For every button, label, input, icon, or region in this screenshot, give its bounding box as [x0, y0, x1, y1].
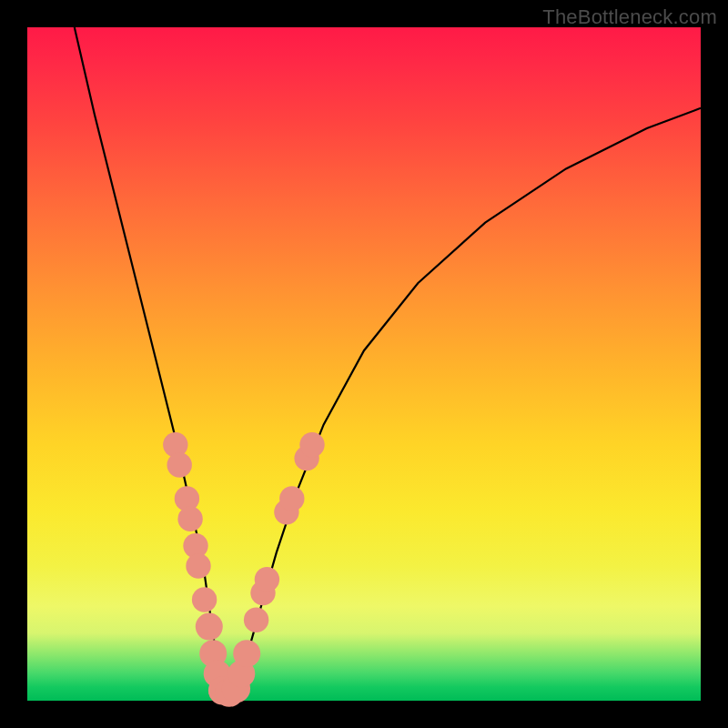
curve-marker: [279, 486, 304, 511]
curve-marker: [186, 553, 210, 578]
curve-marker: [177, 507, 202, 531]
chart-frame: TheBottleneck.com: [0, 0, 728, 728]
chart-svg: [27, 27, 701, 701]
curve-marker: [244, 608, 268, 632]
curve-marker: [299, 432, 324, 457]
curve-marker: [233, 640, 260, 667]
curve-marker: [167, 452, 192, 477]
curve-marker: [255, 567, 279, 592]
curve-markers: [163, 432, 325, 707]
bottleneck-curve: [75, 27, 701, 694]
curve-marker: [196, 613, 223, 641]
curve-marker: [192, 587, 217, 612]
plot-area: [27, 27, 701, 701]
watermark-text: TheBottleneck.com: [542, 5, 717, 29]
